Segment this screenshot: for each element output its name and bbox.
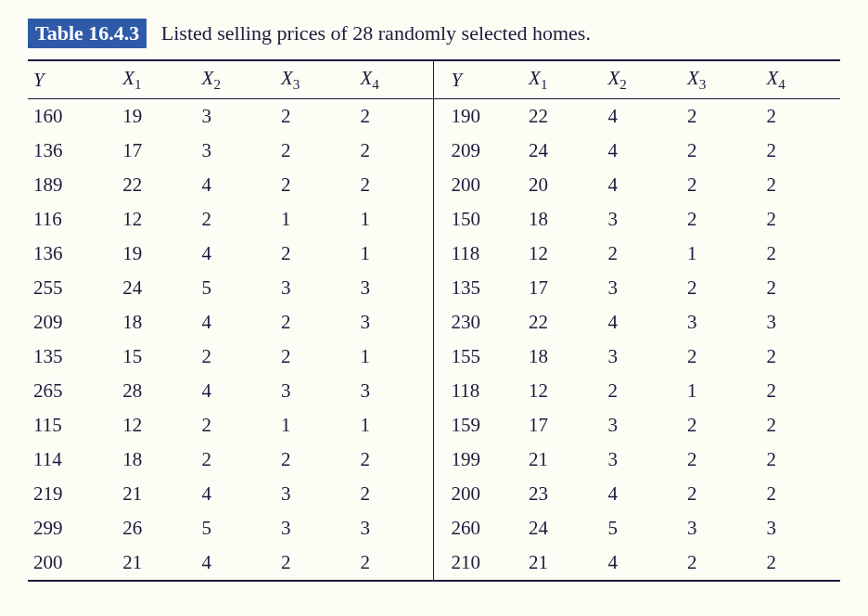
cell: 2 (275, 305, 354, 340)
cell: 210 (434, 545, 523, 581)
cell: 2 (682, 271, 760, 305)
cell: 2 (760, 271, 840, 305)
cell: 3 (682, 305, 760, 340)
cell: 18 (117, 305, 196, 340)
table-row: 1351522115518322 (28, 340, 840, 374)
cell: 200 (434, 477, 523, 511)
col-header-x3-left: X3 (275, 60, 354, 99)
table-row: 1361732220924422 (28, 134, 840, 168)
cell: 2 (354, 134, 433, 168)
col-header-x4-right: X4 (760, 60, 840, 99)
cell: 3 (603, 408, 682, 443)
cell: 159 (434, 408, 523, 443)
cell: 3 (354, 305, 433, 340)
cell: 2 (682, 340, 760, 374)
cell: 15 (117, 340, 196, 374)
cell: 12 (523, 374, 602, 408)
cell: 2 (760, 237, 840, 271)
cell: 200 (28, 545, 117, 581)
table-title-line: Table 16.4.3 Listed selling prices of 28… (28, 19, 840, 48)
cell: 26 (117, 511, 196, 545)
cell: 2 (760, 545, 840, 581)
cell: 4 (197, 477, 275, 511)
cell: 2 (197, 443, 275, 477)
table-row: 1892242220020422 (28, 168, 840, 202)
table-row: 1161221115018322 (28, 202, 840, 237)
cell: 21 (117, 545, 196, 581)
cell: 22 (117, 168, 196, 202)
cell: 114 (28, 443, 117, 477)
cell: 3 (275, 477, 354, 511)
cell: 12 (117, 202, 196, 237)
cell: 3 (760, 511, 840, 545)
header-row: Y X1 X2 X3 X4 Y X1 X2 X3 X4 (28, 60, 840, 99)
cell: 3 (682, 511, 760, 545)
cell: 3 (275, 271, 354, 305)
cell: 4 (197, 168, 275, 202)
cell: 19 (117, 99, 196, 135)
table-row: 1141822219921322 (28, 443, 840, 477)
table-row: 2652843311812212 (28, 374, 840, 408)
cell: 5 (197, 511, 275, 545)
cell: 2 (275, 340, 354, 374)
cell: 118 (434, 374, 523, 408)
table-row: 1601932219022422 (28, 99, 840, 135)
cell: 2 (275, 443, 354, 477)
col-header-x1-right: X1 (523, 60, 602, 99)
cell: 4 (603, 305, 682, 340)
cell: 1 (354, 408, 433, 443)
col-header-y-left: Y (28, 60, 117, 99)
cell: 260 (434, 511, 523, 545)
cell: 24 (117, 271, 196, 305)
cell: 17 (523, 408, 602, 443)
cell: 1 (354, 237, 433, 271)
cell: 3 (603, 202, 682, 237)
col-header-x2-left: X2 (197, 60, 275, 99)
col-header-x1-left: X1 (117, 60, 196, 99)
cell: 3 (760, 305, 840, 340)
cell: 3 (275, 511, 354, 545)
cell: 2 (682, 477, 760, 511)
cell: 1 (682, 374, 760, 408)
table-body: 1601932219022422136173222092442218922422… (28, 99, 840, 582)
cell: 12 (117, 408, 196, 443)
cell: 3 (354, 511, 433, 545)
cell: 2 (760, 202, 840, 237)
cell: 2 (197, 408, 275, 443)
table-row: 1151221115917322 (28, 408, 840, 443)
cell: 136 (28, 134, 117, 168)
cell: 24 (523, 511, 602, 545)
col-header-x3-right: X3 (682, 60, 760, 99)
cell: 4 (197, 374, 275, 408)
cell: 299 (28, 511, 117, 545)
cell: 160 (28, 99, 117, 135)
cell: 3 (275, 374, 354, 408)
cell: 3 (354, 374, 433, 408)
cell: 4 (603, 168, 682, 202)
cell: 2 (760, 99, 840, 135)
cell: 12 (523, 237, 602, 271)
cell: 1 (354, 340, 433, 374)
cell: 2 (760, 340, 840, 374)
cell: 2 (682, 99, 760, 135)
cell: 2 (275, 545, 354, 581)
cell: 1 (275, 408, 354, 443)
cell: 1 (275, 202, 354, 237)
cell: 2 (354, 168, 433, 202)
cell: 3 (354, 271, 433, 305)
cell: 2 (275, 237, 354, 271)
cell: 22 (523, 305, 602, 340)
cell: 4 (197, 237, 275, 271)
cell: 230 (434, 305, 523, 340)
cell: 2 (603, 237, 682, 271)
data-table: Y X1 X2 X3 X4 Y X1 X2 X3 X4 160193221902… (28, 59, 840, 582)
cell: 199 (434, 443, 523, 477)
table-row: 2992653326024533 (28, 511, 840, 545)
col-header-x4-left: X4 (354, 60, 433, 99)
cell: 2 (354, 477, 433, 511)
cell: 3 (197, 134, 275, 168)
cell: 2 (197, 340, 275, 374)
cell: 2 (354, 443, 433, 477)
table-row: 2552453313517322 (28, 271, 840, 305)
col-header-y-right: Y (434, 60, 523, 99)
